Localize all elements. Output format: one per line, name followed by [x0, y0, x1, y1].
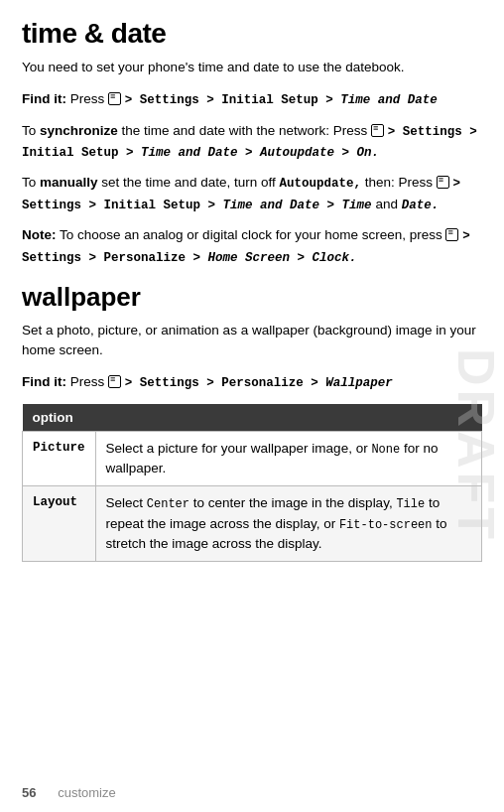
- find-it-path: > Settings > Initial Setup > Time and Da…: [125, 93, 438, 107]
- footer-label: [40, 785, 54, 800]
- table-cell-desc-1: Select a picture for your wallpaper imag…: [95, 431, 481, 486]
- manual-text2: then: Press: [361, 175, 437, 190]
- manual-paragraph: To manually set the time and date, turn …: [22, 173, 482, 215]
- table-cell-option-1: Picture: [23, 431, 96, 486]
- menu-button-icon-4: [445, 228, 458, 241]
- wallpaper-intro: Set a photo, picture, or animation as a …: [22, 321, 482, 361]
- menu-button-icon: [108, 92, 121, 105]
- note-text: To choose an analog or digital clock for…: [60, 227, 445, 242]
- manual-text: set the time and date, turn off: [101, 175, 279, 190]
- intro-paragraph: You need to set your phone's time and da…: [22, 58, 482, 77]
- page-content: time & date You need to set your phone's…: [0, 0, 504, 582]
- find-it-label: Find it:: [22, 91, 66, 106]
- find-it-press: Press: [70, 91, 105, 106]
- menu-button-icon-3: [437, 176, 449, 189]
- sync-bold: synchronize: [40, 123, 118, 138]
- option-table: option Picture Select a picture for your…: [22, 404, 482, 562]
- table-cell-option-2: Layout: [23, 486, 96, 562]
- footer-customize: customize: [58, 785, 116, 800]
- manual-bold: manually: [40, 175, 98, 190]
- wallpaper-find-it: Find it: Press > Settings > Personalize …: [22, 372, 482, 393]
- note-label: Note:: [22, 227, 57, 242]
- wallpaper-title: wallpaper: [22, 282, 482, 313]
- footer-page-number: 56: [22, 785, 36, 800]
- menu-button-icon-2: [371, 124, 384, 137]
- footer: 56 customize: [22, 785, 116, 800]
- manual-autoupdate: Autoupdate,: [279, 177, 361, 191]
- menu-button-icon-5: [108, 375, 121, 388]
- table-header: option: [23, 404, 482, 432]
- find-it-paragraph: Find it: Press > Settings > Initial Setu…: [22, 89, 482, 110]
- wallpaper-press: Press: [70, 374, 105, 389]
- wallpaper-find-path: > Settings > Personalize > Wallpaper: [125, 376, 393, 390]
- manual-and: and: [375, 197, 401, 211]
- sync-paragraph: To synchronize the time and date with th…: [22, 121, 482, 164]
- manual-date: Date.: [402, 199, 440, 212]
- sync-text: the time and date with the network: Pres…: [122, 123, 371, 138]
- table-row: Layout Select Center to center the image…: [23, 486, 482, 562]
- table-row: Picture Select a picture for your wallpa…: [23, 431, 482, 486]
- wallpaper-find-label: Find it:: [22, 374, 66, 389]
- page-title: time & date: [22, 18, 482, 50]
- note-paragraph: Note: To choose an analog or digital clo…: [22, 225, 482, 268]
- table-cell-desc-2: Select Center to center the image in the…: [95, 486, 481, 562]
